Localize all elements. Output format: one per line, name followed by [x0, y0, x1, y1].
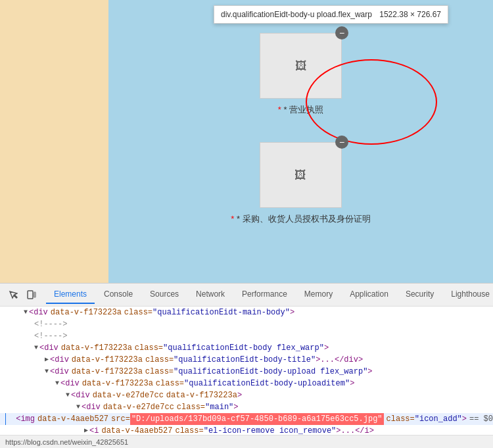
code-line-6[interactable]: <div data-v-f173223a class="qualificatio… [0, 366, 493, 378]
left-sidebar [0, 0, 108, 283]
expand-arrow-6[interactable] [45, 366, 49, 378]
element-tooltip: div.qualificationEidt-body-u pload.flex_… [214, 5, 448, 24]
expand-arrow-8[interactable] [66, 389, 70, 401]
expand-arrow-5[interactable] [45, 354, 49, 366]
code-line-2[interactable]: <!----> [0, 318, 493, 330]
expand-arrow-1[interactable] [24, 307, 28, 318]
tab-memory[interactable]: Memory [296, 286, 340, 304]
expand-arrow-9[interactable] [76, 401, 80, 413]
section-label-2: * * 采购、收货人员授权书及身份证明 [231, 213, 370, 225]
tab-security[interactable]: Security [398, 286, 442, 304]
code-line-8[interactable]: <div data-v-e27de7cc data-v-f173223a > [0, 389, 493, 401]
code-line-4[interactable]: <div data-v-f173223a class="qualificatio… [0, 342, 493, 354]
main-content: div.qualificationEidt-body-u pload.flex_… [108, 0, 493, 283]
code-line-11[interactable]: <i data-v-4aaeb527 class="el-icon-remove… [0, 425, 493, 435]
remove-button-2[interactable]: − [335, 136, 348, 149]
tab-elements[interactable]: Elements [46, 286, 95, 304]
upload-section-1: 🖼 − * * 营业执照 [260, 33, 342, 116]
code-line-5[interactable]: <div data-v-f173223a class="qualificatio… [0, 354, 493, 366]
devtools-content: <div data-v-f173223a class="qualificatio… [0, 307, 493, 435]
tab-application[interactable]: Application [342, 286, 396, 304]
tab-console[interactable]: Console [96, 286, 141, 304]
code-line-10-selected[interactable]: <img data-v-4aaeb527 src="D:/uploads/137… [0, 413, 493, 425]
upload-section-2: 🖼 − * * 采购、收货人员授权书及身份证明 [231, 142, 370, 225]
expand-arrow-4[interactable] [34, 342, 38, 354]
devtools-panel: Elements Console Sources Network Perform… [0, 283, 493, 448]
device-toggle-button[interactable] [24, 287, 39, 303]
tab-network[interactable]: Network [188, 286, 233, 304]
broken-image-icon-2: 🖼 [294, 168, 306, 182]
code-line-7[interactable]: <div data-v-f173223a class="qualificatio… [0, 378, 493, 389]
remove-button-1[interactable]: − [335, 26, 348, 39]
oval-highlight [306, 59, 437, 145]
devtools-toolbar: Elements Console Sources Network Perform… [0, 284, 493, 307]
webpage-preview: div.qualificationEidt-body-u pload.flex_… [0, 0, 493, 283]
code-line-9[interactable]: <div data-v-e27de7cc class="main" > [0, 401, 493, 413]
status-url: https://blog.csdn.net/weixin_42825651 [5, 438, 128, 446]
upload-box-2[interactable]: 🖼 [260, 142, 342, 208]
code-line-1[interactable]: <div data-v-f173223a class="qualificatio… [0, 307, 493, 318]
svg-rect-1 [34, 292, 35, 297]
tab-sources[interactable]: Sources [142, 286, 187, 304]
toolbar-icons [5, 287, 39, 303]
expand-arrow-11[interactable] [84, 425, 88, 435]
tab-lighthouse[interactable]: Lighthouse [443, 286, 493, 304]
devtools-status-bar: https://blog.csdn.net/weixin_42825651 [0, 435, 493, 448]
code-line-3[interactable]: <!----> [0, 330, 493, 342]
img-src-value: "D:/uploads/137bd09a-cf57-4850-b689-a6a1… [130, 413, 384, 425]
inspect-element-button[interactable] [5, 287, 21, 303]
svg-rect-0 [28, 291, 33, 299]
broken-image-icon: 🖼 [295, 59, 307, 73]
tab-performance[interactable]: Performance [234, 286, 295, 304]
expand-arrow-7[interactable] [55, 378, 59, 389]
